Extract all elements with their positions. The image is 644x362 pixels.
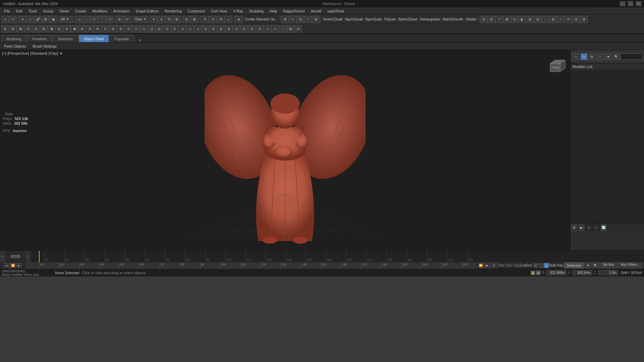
track-btn[interactable]: ⟁ (225, 16, 232, 23)
t2-btn8[interactable]: ◎ (55, 25, 63, 33)
right-btn10[interactable]: ⊞ (549, 16, 557, 23)
spinner-snap[interactable]: ⊞ (173, 16, 180, 23)
play-mode-button[interactable]: ↺ (490, 263, 498, 268)
viewport-triangle-icon[interactable]: ▼ (59, 52, 63, 55)
t2-btn17[interactable]: ⊘ (125, 25, 132, 33)
t2-btn2[interactable]: ⊞ (9, 25, 16, 33)
link-button[interactable]: 🔗 (34, 16, 42, 23)
t2-btn38[interactable]: ◍ (287, 25, 294, 33)
t2-btn37[interactable]: ◌ (279, 25, 286, 33)
t2-btn5[interactable]: ⊟ (32, 25, 40, 33)
undo-button[interactable]: ↩ (1, 16, 9, 23)
menu-animation[interactable]: Animation (111, 8, 132, 14)
toquad-btn[interactable]: ToQuad (383, 17, 396, 21)
t2-btn25[interactable]: ⊍ (186, 25, 194, 33)
named-sel-btn[interactable]: ⊞ (281, 16, 289, 23)
circ-select-button[interactable]: ○ (83, 16, 90, 23)
fence-select-button[interactable]: ⬠ (91, 16, 98, 23)
right-btn9[interactable]: ↕ (542, 16, 549, 23)
normal-align[interactable]: ⊠ (191, 16, 198, 23)
menu-rappatools[interactable]: RappaTools3 (280, 8, 307, 14)
play-button[interactable]: ▶ (16, 263, 21, 268)
t2-btn33[interactable]: ⊅ (248, 25, 256, 33)
menu-arnold[interactable]: Arnold (308, 8, 324, 14)
brush-settings-btn[interactable]: Brush Settings (31, 44, 59, 49)
menu-customize[interactable]: Customize (185, 8, 208, 14)
menu-help[interactable]: Help (267, 8, 280, 14)
right-btn13[interactable]: ⊟ (573, 16, 580, 23)
viewport-clay[interactable]: [Clay] (49, 51, 58, 55)
vertex2quad-btn[interactable]: Vertex2Quad (322, 17, 343, 21)
t2-btn24[interactable]: ⊎ (179, 25, 186, 33)
mirror-button[interactable]: ⇔ (123, 16, 131, 23)
x-value[interactable]: 832.998m (546, 270, 567, 275)
right-btn8[interactable]: ⊟ (534, 16, 541, 23)
y-value[interactable]: 802.64m (572, 270, 592, 275)
rp-tab-1[interactable]: ⊟ (571, 224, 578, 231)
search-button[interactable]: 🔍 (592, 262, 599, 268)
rp-search-input[interactable] (621, 54, 642, 60)
menu-graph-editors[interactable]: Graph Editors (133, 8, 161, 14)
tab-selection[interactable]: Selection (53, 35, 78, 42)
selected-dropdown[interactable]: ▼ (585, 262, 591, 268)
t2-btn32[interactable]: ⊆ (240, 25, 248, 33)
viewport-plus[interactable]: [+] (2, 51, 6, 55)
viewport-perspective[interactable]: [Perspective] (8, 51, 29, 55)
right-btn2[interactable]: ⊞ (488, 16, 495, 23)
right-btn12[interactable]: ⟳ (565, 16, 572, 23)
rp-tab-3[interactable]: ⊞ (585, 224, 593, 231)
paint-objects-btn[interactable]: Paint Objects (2, 44, 28, 49)
right-btn4[interactable]: ⊠ (503, 16, 511, 23)
tab-modeling[interactable]: Modeling (1, 35, 26, 42)
grid-btn[interactable]: ⊞ (312, 16, 320, 23)
rp-tab-2[interactable]: ▶ (578, 224, 585, 231)
nav-cube[interactable]: Persp (547, 57, 567, 77)
timeline-cursor[interactable] (39, 251, 40, 262)
ngonquad-btn[interactable]: NgonQuad (364, 17, 382, 21)
viewport-standard[interactable]: [Standard] (30, 51, 47, 55)
t2-btn16[interactable]: ⊚ (117, 25, 124, 33)
minimize-button[interactable]: ─ (620, 1, 625, 6)
play-next-button[interactable]: ⏭ (484, 263, 490, 268)
right-btn5[interactable]: ⊡ (511, 16, 518, 23)
title-bar-controls[interactable]: ─ □ ✕ (620, 1, 641, 6)
right-btn6[interactable]: ◐ (519, 16, 526, 23)
right-btn1[interactable]: ⊟ (480, 16, 487, 23)
paint-select-button[interactable]: ⬡ (106, 16, 113, 23)
bind-button[interactable]: ◉ (50, 16, 57, 23)
add-time-tag-btn[interactable]: Add Time Tag (498, 263, 519, 267)
percent-snap[interactable]: % (165, 16, 173, 23)
t2-btn13[interactable]: ⊗ (94, 25, 101, 33)
unlink-button[interactable]: ⛓ (42, 16, 49, 23)
ngon2quad-btn[interactable]: Ngon2Quad (344, 17, 364, 21)
rp-btn-diamond[interactable]: ◈ (605, 53, 611, 60)
t2-btn10[interactable]: ◉ (71, 25, 78, 33)
t2-btn11[interactable]: ⊕ (78, 25, 86, 33)
num-btn-percent[interactable]: % (217, 16, 224, 23)
rp-tab-4[interactable]: ≡ (593, 224, 600, 231)
setriangulator-btn[interactable]: Setriangulator (419, 17, 441, 21)
enabled-checkbox2[interactable] (539, 263, 543, 267)
menu-rendering[interactable]: Rendering (162, 8, 184, 14)
menu-file[interactable]: File (1, 8, 13, 14)
t2-btn39[interactable]: ◎ (294, 25, 302, 33)
scene-btn[interactable]: ⊟ (297, 16, 304, 23)
enabled-checkbox[interactable]: ✓ (534, 263, 538, 267)
num-btn-3[interactable]: 3 (200, 16, 209, 23)
move-button[interactable]: ⊹ (26, 16, 34, 23)
view-dropdown[interactable]: View ▼ (133, 16, 148, 23)
menu-rapidtools[interactable]: rapidTools (325, 8, 347, 14)
menu-modifiers[interactable]: Modifiers (90, 8, 110, 14)
t2-btn6[interactable]: ⊞ (40, 25, 47, 33)
align-button[interactable]: ⊟ (183, 16, 190, 23)
tab-populate[interactable]: Populate (109, 35, 134, 42)
snap-toggle[interactable]: ✦ (150, 16, 157, 23)
menu-create[interactable]: Create (72, 8, 89, 14)
tab-object-paint[interactable]: Object Paint (79, 35, 109, 42)
rp-btn-search[interactable]: 🔍 (613, 53, 620, 60)
timeline-next-button[interactable]: > (25, 251, 31, 262)
pivot-button[interactable]: ⊕ (116, 16, 123, 23)
menu-vray[interactable]: V-Ray (230, 8, 246, 14)
create-selection-button[interactable]: Create Selection Se... (244, 17, 279, 21)
layer-btn[interactable]: ≡ (289, 16, 297, 23)
